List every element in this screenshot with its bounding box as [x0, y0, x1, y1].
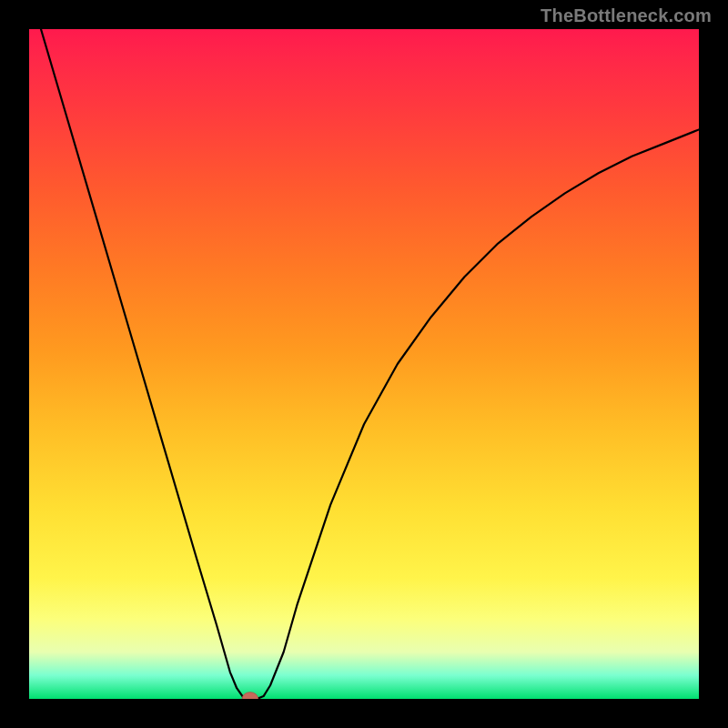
plot-area: [29, 29, 699, 699]
curve-layer: [29, 29, 699, 699]
chart-stage: TheBottleneck.com: [0, 0, 728, 728]
bottleneck-curve: [29, 29, 699, 699]
watermark-text: TheBottleneck.com: [541, 5, 712, 26]
minimum-marker: [242, 693, 258, 699]
